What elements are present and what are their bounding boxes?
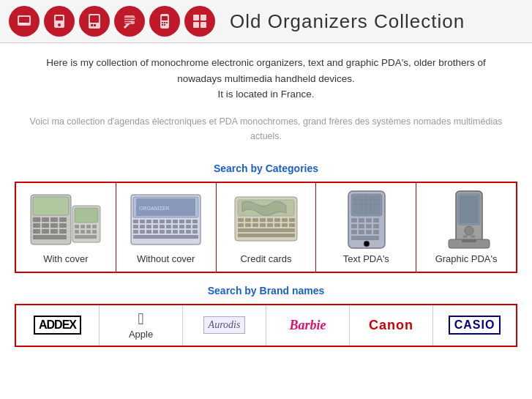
nav-icon-6[interactable] xyxy=(184,6,215,37)
description-fr: Voici ma collection d'agendas électroniq… xyxy=(0,108,532,155)
svg-rect-70 xyxy=(153,225,158,228)
svg-rect-61 xyxy=(160,220,165,223)
phone-icon xyxy=(50,12,68,30)
svg-rect-25 xyxy=(193,22,199,28)
nav-icon-4[interactable] xyxy=(114,6,145,37)
svg-rect-51 xyxy=(92,230,97,234)
brand-canon[interactable]: Canon xyxy=(350,305,433,346)
brand-casio[interactable]: CASIO xyxy=(433,305,516,346)
category-label-graphic-pdas: Graphic PDA's xyxy=(421,253,512,264)
svg-rect-62 xyxy=(166,220,171,223)
svg-rect-46 xyxy=(86,225,91,228)
svg-rect-41 xyxy=(33,235,67,239)
barbie-logo: Barbie xyxy=(289,318,326,333)
with-cover-device-svg xyxy=(27,191,104,248)
category-label-text-pdas: Text PDA's xyxy=(321,253,411,264)
grid-icon xyxy=(191,12,209,30)
svg-rect-86 xyxy=(192,230,198,234)
category-img-text-pdas xyxy=(326,190,406,249)
pen-icon xyxy=(121,12,138,30)
svg-rect-105 xyxy=(289,223,295,227)
svg-rect-123 xyxy=(351,224,357,228)
category-label-with-cover: With cover xyxy=(20,253,111,264)
svg-rect-71 xyxy=(160,225,165,228)
svg-rect-40 xyxy=(59,229,67,234)
category-graphic-pdas[interactable]: Graphic PDA's xyxy=(416,183,516,272)
svg-rect-90 xyxy=(238,218,244,222)
svg-rect-91 xyxy=(245,218,251,222)
svg-point-136 xyxy=(465,226,473,235)
category-with-cover[interactable]: With cover xyxy=(16,183,116,272)
svg-rect-75 xyxy=(186,225,191,228)
svg-rect-49 xyxy=(80,230,85,234)
svg-rect-64 xyxy=(179,220,184,223)
svg-rect-137 xyxy=(463,235,468,238)
svg-rect-97 xyxy=(289,218,295,222)
category-img-credit-cards xyxy=(225,190,306,249)
svg-rect-45 xyxy=(80,225,85,228)
categories-section-title: Search by Categories xyxy=(0,163,532,174)
svg-rect-101 xyxy=(260,223,266,227)
svg-rect-2 xyxy=(20,23,21,24)
svg-rect-11 xyxy=(94,24,96,26)
category-label-without-cover: Without cover xyxy=(121,253,211,264)
svg-rect-29 xyxy=(33,217,40,222)
svg-rect-95 xyxy=(274,218,280,222)
without-cover-device-svg: ORGANIZER xyxy=(127,191,204,248)
svg-point-132 xyxy=(364,241,370,247)
svg-rect-72 xyxy=(166,225,171,228)
svg-rect-100 xyxy=(252,223,258,227)
svg-rect-98 xyxy=(238,223,244,227)
desc-line1: Here is my collection of monochrome elec… xyxy=(46,57,486,68)
svg-rect-119 xyxy=(351,218,357,223)
svg-rect-92 xyxy=(252,218,258,222)
svg-rect-10 xyxy=(91,24,93,26)
category-img-with-cover xyxy=(26,190,106,249)
categories-grid: With cover ORGANIZER xyxy=(15,182,517,273)
svg-rect-110 xyxy=(353,195,381,215)
svg-rect-121 xyxy=(366,218,372,223)
svg-rect-43 xyxy=(75,208,98,223)
organizer-icon xyxy=(15,12,33,30)
nav-icon-3[interactable] xyxy=(79,6,110,37)
svg-rect-31 xyxy=(50,217,58,222)
addex-logo: ADDEX xyxy=(34,316,81,335)
category-text-pdas[interactable]: Text PDA's xyxy=(316,183,416,272)
svg-rect-9 xyxy=(90,15,99,23)
svg-rect-50 xyxy=(86,230,91,234)
nav-icon-2[interactable] xyxy=(44,6,75,37)
svg-rect-128 xyxy=(359,230,364,234)
category-img-graphic-pdas xyxy=(426,190,506,249)
category-credit-cards[interactable]: Credit cards xyxy=(217,183,317,272)
svg-rect-80 xyxy=(153,230,158,234)
brand-apple[interactable]:  Apple xyxy=(100,305,183,346)
nav-icon-1[interactable] xyxy=(9,6,40,37)
svg-rect-77 xyxy=(133,230,138,234)
svg-rect-32 xyxy=(59,217,67,222)
svg-rect-30 xyxy=(42,217,49,222)
credit-cards-device-svg xyxy=(228,191,304,248)
svg-rect-106 xyxy=(238,228,295,232)
svg-rect-57 xyxy=(133,220,138,223)
brand-barbie[interactable]: Barbie xyxy=(266,305,350,346)
page-title: Old Organizers Collection xyxy=(230,10,465,33)
svg-rect-37 xyxy=(33,229,40,234)
mobile-icon xyxy=(156,12,173,30)
apple-logo-container:  Apple xyxy=(129,311,153,340)
svg-rect-48 xyxy=(75,230,79,234)
brand-aurodis[interactable]: Aurodis xyxy=(183,305,266,346)
svg-rect-131 xyxy=(351,236,379,240)
casio-logo: CASIO xyxy=(449,316,501,335)
svg-point-7 xyxy=(58,23,61,26)
svg-rect-129 xyxy=(366,230,372,234)
header: Old Organizers Collection xyxy=(0,0,532,43)
svg-rect-135 xyxy=(460,195,479,223)
brand-addex[interactable]: ADDEX xyxy=(16,305,100,346)
category-label-credit-cards: Credit cards xyxy=(221,253,312,264)
category-without-cover[interactable]: ORGANIZER xyxy=(116,183,217,272)
nav-icon-5[interactable] xyxy=(149,6,180,37)
canon-logo: Canon xyxy=(369,318,413,333)
svg-rect-124 xyxy=(359,224,364,228)
header-icon-group xyxy=(9,6,215,37)
svg-rect-39 xyxy=(50,229,58,234)
